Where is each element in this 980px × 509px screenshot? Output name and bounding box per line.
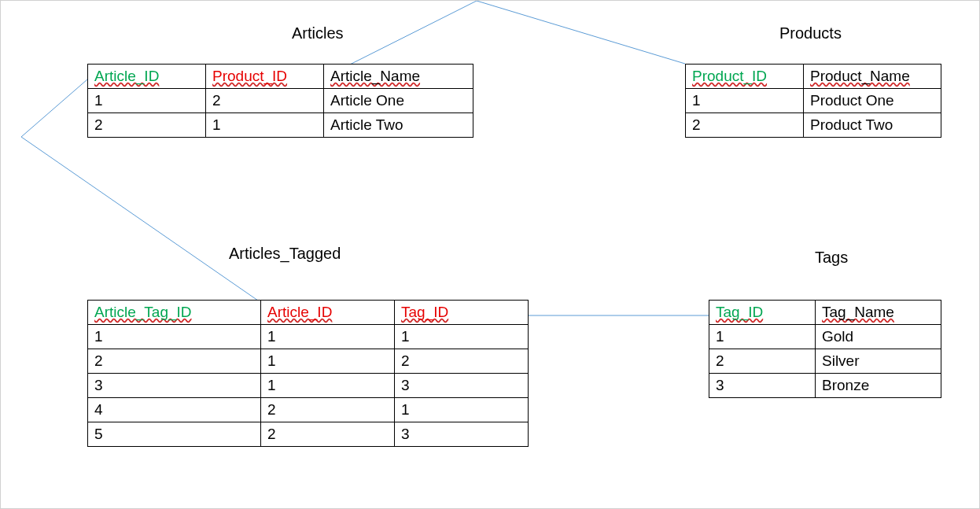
col-articles-product-id: Product_ID [212,68,287,84]
table-title-articles-tagged: Articles_Tagged [229,245,341,263]
table-row: 2 Product Two [686,113,941,138]
diagram-canvas: Articles Article_ID Product_ID Article_N… [0,0,980,509]
col-at-article-tag-id: Article_Tag_ID [94,304,192,320]
table-row: 2 1 2 [88,349,529,374]
col-products-product-id: Product_ID [692,68,767,84]
table-row: 2 1 Article Two [88,113,473,138]
col-tags-tag-id: Tag_ID [716,304,763,320]
col-tags-tag-name: Tag_Name [822,304,894,320]
table-products: Product_ID Product_Name 1 Product One 2 … [685,64,941,138]
table-row: 1 1 1 [88,325,529,349]
table-articles-tagged: Article_Tag_ID Article_ID Tag_ID 1 1 1 2… [87,300,529,447]
col-products-product-name: Product_Name [810,68,910,84]
table-row: 2 Silver [709,349,941,374]
table-title-products: Products [779,24,842,42]
table-row: 4 2 1 [88,398,529,422]
col-articles-article-id: Article_ID [94,68,159,84]
table-title-articles: Articles [292,24,344,42]
table-articles: Article_ID Product_ID Article_Name 1 2 A… [87,64,473,138]
table-row: 1 Product One [686,89,941,113]
table-row: 1 2 Article One [88,89,473,113]
table-row: 5 2 3 [88,422,529,447]
col-articles-article-name: Article_Name [330,68,420,84]
table-tags: Tag_ID Tag_Name 1 Gold 2 Silver 3 Bronze [709,300,941,398]
table-row: 3 Bronze [709,374,941,398]
table-row: 1 Gold [709,325,941,349]
col-at-tag-id: Tag_ID [401,304,448,320]
table-row: 3 1 3 [88,374,529,398]
table-title-tags: Tags [815,249,848,267]
col-at-article-id: Article_ID [267,304,332,320]
